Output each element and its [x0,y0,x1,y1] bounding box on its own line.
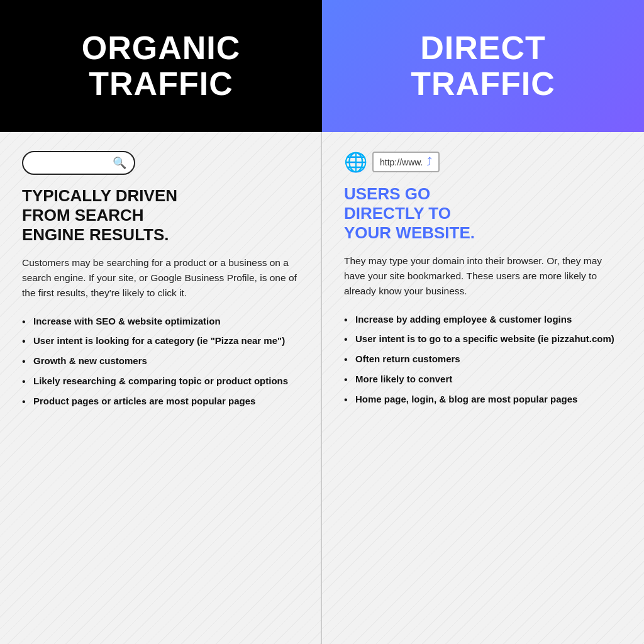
search-bar-icon-container: 🔍 [22,151,299,175]
search-bar: 🔍 [22,151,135,175]
direct-bullet-4: More likely to convert [344,372,622,386]
organic-bullet-2: User intent is looking for a category (i… [22,334,299,348]
direct-bullet-2: User intent is to go to a specific websi… [344,332,622,346]
organic-title: ORGANIC TRAFFIC [82,30,241,102]
organic-section-title: TYPICALLY DRIVEN FROM SEARCH ENGINE RESU… [22,186,299,245]
organic-header: ORGANIC TRAFFIC [0,0,322,132]
header-row: ORGANIC TRAFFIC DIRECT TRAFFIC [0,0,644,132]
direct-bullet-list: Increase by adding employee & customer l… [344,313,622,406]
cursor-icon: ⤴ [426,155,432,169]
content-row: 🔍 TYPICALLY DRIVEN FROM SEARCH ENGINE RE… [0,132,644,644]
magnifier-icon: 🔍 [113,156,126,170]
direct-bullet-3: Often return customers [344,352,622,366]
direct-panel: 🌐 http://www. ⤴ USERS GO DIRECTLY TO YOU… [322,132,644,644]
organic-bullet-list: Increase with SEO & website optimization… [22,314,299,408]
direct-body-text: They may type your domain into their bro… [344,253,622,299]
direct-title: DIRECT TRAFFIC [411,30,555,102]
organic-bullet-5: Product pages or articles are most popul… [22,394,299,408]
organic-bullet-3: Growth & new customers [22,354,299,368]
globe-icon: 🌐 [344,151,367,173]
organic-bullet-1: Increase with SEO & website optimization [22,314,299,328]
organic-bullet-4: Likely researching & comparing topic or … [22,374,299,388]
organic-panel: 🔍 TYPICALLY DRIVEN FROM SEARCH ENGINE RE… [0,132,322,644]
direct-section-title: USERS GO DIRECTLY TO YOUR WEBSITE. [344,184,622,243]
url-bar-container: 🌐 http://www. ⤴ [344,151,622,173]
direct-bullet-1: Increase by adding employee & customer l… [344,313,622,326]
organic-body-text: Customers may be searching for a product… [22,255,299,301]
direct-bullet-5: Home page, login, & blog are most popula… [344,392,622,406]
direct-header: DIRECT TRAFFIC [322,0,644,132]
url-bar: http://www. ⤴ [372,152,440,172]
url-text: http://www. [380,157,423,167]
